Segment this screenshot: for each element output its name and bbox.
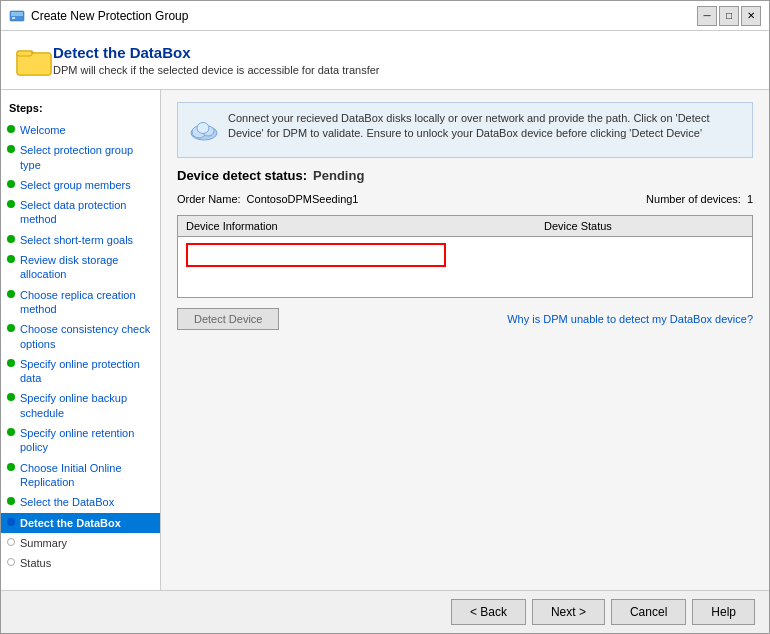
sidebar-label-select-data-protection-method: Select data protection method <box>20 198 152 227</box>
main-panel: Connect your recieved DataBox disks loca… <box>161 90 769 590</box>
steps-label: Steps: <box>1 98 160 120</box>
col-device-status: Device Status <box>544 220 744 232</box>
svg-rect-6 <box>17 51 32 56</box>
sidebar-item-specify-online-retention-policy[interactable]: Specify online retention policy <box>1 423 160 458</box>
sidebar-item-status[interactable]: Status <box>1 553 160 573</box>
sidebar-item-specify-online-protection-data[interactable]: Specify online protection data <box>1 354 160 389</box>
sidebar-item-summary[interactable]: Summary <box>1 533 160 553</box>
sidebar-item-welcome[interactable]: Welcome <box>1 120 160 140</box>
order-name-value: ContosoDPMSeeding1 <box>247 193 359 205</box>
device-table: Device Information Device Status <box>177 215 753 298</box>
device-table-header: Device Information Device Status <box>178 216 752 237</box>
order-info-row: Order Name: ContosoDPMSeeding1 Number of… <box>177 193 753 205</box>
sidebar-item-select-the-databox[interactable]: Select the DataBox <box>1 492 160 512</box>
page-title: Detect the DataBox <box>53 44 379 61</box>
minimize-button[interactable]: ─ <box>697 6 717 26</box>
num-devices-value: 1 <box>747 193 753 205</box>
sidebar-dot-summary <box>7 538 15 546</box>
cancel-button[interactable]: Cancel <box>611 599 686 625</box>
sidebar-item-choose-initial-online-replication[interactable]: Choose Initial Online Replication <box>1 458 160 493</box>
help-button[interactable]: Help <box>692 599 755 625</box>
sidebar-dot-status <box>7 558 15 566</box>
sidebar-item-review-disk-storage-allocation[interactable]: Review disk storage allocation <box>1 250 160 285</box>
sidebar-item-choose-consistency-check-options[interactable]: Choose consistency check options <box>1 319 160 354</box>
sidebar-label-specify-online-backup-schedule: Specify online backup schedule <box>20 391 152 420</box>
sidebar-label-specify-online-retention-policy: Specify online retention policy <box>20 426 152 455</box>
sidebar-item-select-short-term-goals[interactable]: Select short-term goals <box>1 230 160 250</box>
cloud-icon <box>188 113 220 149</box>
order-name-group: Order Name: ContosoDPMSeeding1 <box>177 193 358 205</box>
info-banner: Connect your recieved DataBox disks loca… <box>177 102 753 158</box>
sidebar-dot-select-the-databox <box>7 497 15 505</box>
num-devices-group: Number of devices: 1 <box>646 193 753 205</box>
window-icon <box>9 8 25 24</box>
svg-rect-2 <box>12 17 15 19</box>
device-input-field[interactable] <box>186 243 446 267</box>
info-banner-text: Connect your recieved DataBox disks loca… <box>228 111 742 142</box>
sidebar-item-select-group-members[interactable]: Select group members <box>1 175 160 195</box>
sidebar-dot-welcome <box>7 125 15 133</box>
dpm-help-link[interactable]: Why is DPM unable to detect my DataBox d… <box>507 313 753 325</box>
sidebar-dot-specify-online-protection-data <box>7 359 15 367</box>
order-name-label: Order Name: <box>177 193 241 205</box>
sidebar-dot-specify-online-retention-policy <box>7 428 15 436</box>
sidebar-item-select-protection-group-type[interactable]: Select protection group type <box>1 140 160 175</box>
header-section: Detect the DataBox DPM will check if the… <box>1 31 769 90</box>
detect-status-value: Pending <box>313 168 364 183</box>
detect-status-label: Device detect status: <box>177 168 307 183</box>
sidebar-label-review-disk-storage-allocation: Review disk storage allocation <box>20 253 152 282</box>
svg-point-10 <box>197 123 209 134</box>
sidebar: Steps: WelcomeSelect protection group ty… <box>1 90 161 590</box>
sidebar-dot-select-data-protection-method <box>7 200 15 208</box>
sidebar-item-specify-online-backup-schedule[interactable]: Specify online backup schedule <box>1 388 160 423</box>
footer: < Back Next > Cancel Help <box>1 590 769 633</box>
close-button[interactable]: ✕ <box>741 6 761 26</box>
sidebar-label-specify-online-protection-data: Specify online protection data <box>20 357 152 386</box>
sidebar-label-status: Status <box>20 556 51 570</box>
sidebar-item-select-data-protection-method[interactable]: Select data protection method <box>1 195 160 230</box>
sidebar-label-select-protection-group-type: Select protection group type <box>20 143 152 172</box>
sidebar-dot-detect-the-databox <box>7 518 15 526</box>
sidebar-dot-choose-replica-creation-method <box>7 290 15 298</box>
sidebar-dot-choose-consistency-check-options <box>7 324 15 332</box>
sidebar-label-choose-replica-creation-method: Choose replica creation method <box>20 288 152 317</box>
sidebar-dot-select-short-term-goals <box>7 235 15 243</box>
svg-rect-1 <box>11 12 23 16</box>
sidebar-label-select-short-term-goals: Select short-term goals <box>20 233 133 247</box>
sidebar-dot-choose-initial-online-replication <box>7 463 15 471</box>
header-text: Detect the DataBox DPM will check if the… <box>53 44 379 76</box>
window-title: Create New Protection Group <box>31 9 697 23</box>
sidebar-dot-specify-online-backup-schedule <box>7 393 15 401</box>
sidebar-label-choose-initial-online-replication: Choose Initial Online Replication <box>20 461 152 490</box>
detect-device-button[interactable]: Detect Device <box>177 308 279 330</box>
next-button[interactable]: Next > <box>532 599 605 625</box>
col-device-information: Device Information <box>186 220 544 232</box>
sidebar-dot-select-group-members <box>7 180 15 188</box>
content-area: Steps: WelcomeSelect protection group ty… <box>1 90 769 590</box>
window-controls: ─ □ ✕ <box>697 6 761 26</box>
sidebar-item-detect-the-databox[interactable]: Detect the DataBox <box>1 513 160 533</box>
num-devices-label: Number of devices: <box>646 193 741 205</box>
sidebar-label-welcome: Welcome <box>20 123 66 137</box>
sidebar-label-detect-the-databox: Detect the DataBox <box>20 516 121 530</box>
action-row: Detect Device Why is DPM unable to detec… <box>177 308 753 330</box>
device-table-body <box>178 237 752 297</box>
back-button[interactable]: < Back <box>451 599 526 625</box>
sidebar-label-select-the-databox: Select the DataBox <box>20 495 114 509</box>
main-window: Create New Protection Group ─ □ ✕ Detect… <box>0 0 770 634</box>
sidebar-dot-review-disk-storage-allocation <box>7 255 15 263</box>
sidebar-label-select-group-members: Select group members <box>20 178 131 192</box>
title-bar: Create New Protection Group ─ □ ✕ <box>1 1 769 31</box>
sidebar-items-container: WelcomeSelect protection group typeSelec… <box>1 120 160 573</box>
maximize-button[interactable]: □ <box>719 6 739 26</box>
sidebar-label-summary: Summary <box>20 536 67 550</box>
sidebar-item-choose-replica-creation-method[interactable]: Choose replica creation method <box>1 285 160 320</box>
sidebar-dot-select-protection-group-type <box>7 145 15 153</box>
page-subtitle: DPM will check if the selected device is… <box>53 64 379 76</box>
sidebar-label-choose-consistency-check-options: Choose consistency check options <box>20 322 152 351</box>
folder-icon <box>15 41 53 79</box>
detect-status-row: Device detect status: Pending <box>177 168 753 183</box>
